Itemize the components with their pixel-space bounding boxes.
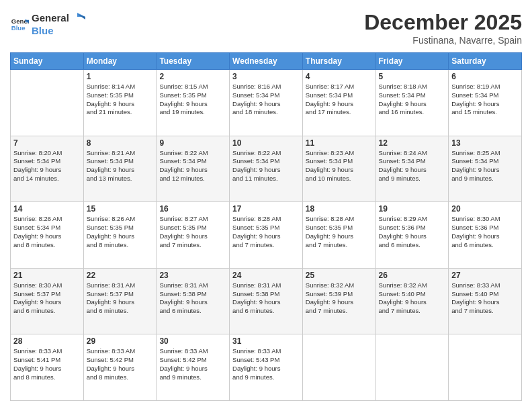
day-number: 25	[306, 271, 373, 280]
cell-info: Sunrise: 8:14 AMSunset: 5:35 PMDaylight:…	[87, 83, 154, 117]
calendar-cell: 8Sunrise: 8:21 AMSunset: 5:34 PMDaylight…	[83, 136, 157, 202]
day-number: 5	[379, 72, 446, 81]
day-number: 14	[13, 204, 81, 214]
day-header-wednesday: Wednesday	[230, 53, 303, 70]
calendar-week-row: 7Sunrise: 8:20 AMSunset: 5:34 PMDaylight…	[11, 136, 522, 202]
cell-info: Sunrise: 8:33 AMSunset: 5:40 PMDaylight:…	[451, 281, 519, 316]
header: General Blue General Blue Decembe	[10, 10, 522, 46]
day-number: 19	[379, 204, 446, 214]
day-number: 18	[306, 204, 373, 214]
calendar-cell	[375, 334, 449, 401]
cell-info: Sunrise: 8:16 AMSunset: 5:34 PMDaylight:…	[232, 83, 300, 117]
calendar-cell	[11, 70, 84, 136]
day-number: 2	[159, 72, 226, 81]
calendar-cell: 21Sunrise: 8:30 AMSunset: 5:37 PMDayligh…	[11, 268, 84, 334]
logo: General Blue General Blue	[10, 10, 85, 37]
calendar-cell: 11Sunrise: 8:23 AMSunset: 5:34 PMDayligh…	[302, 136, 375, 202]
calendar-cell: 16Sunrise: 8:27 AMSunset: 5:35 PMDayligh…	[157, 202, 230, 269]
cell-info: Sunrise: 8:18 AMSunset: 5:34 PMDaylight:…	[379, 83, 446, 117]
calendar-cell: 18Sunrise: 8:28 AMSunset: 5:35 PMDayligh…	[302, 202, 375, 269]
calendar-header-row: SundayMondayTuesdayWednesdayThursdayFrid…	[11, 53, 522, 70]
calendar-cell: 30Sunrise: 8:33 AMSunset: 5:42 PMDayligh…	[157, 334, 230, 401]
cell-info: Sunrise: 8:27 AMSunset: 5:35 PMDaylight:…	[159, 215, 226, 249]
cell-info: Sunrise: 8:22 AMSunset: 5:34 PMDaylight:…	[159, 149, 226, 183]
cell-info: Sunrise: 8:31 AMSunset: 5:38 PMDaylight:…	[232, 281, 300, 316]
calendar-week-row: 21Sunrise: 8:30 AMSunset: 5:37 PMDayligh…	[11, 268, 522, 334]
day-number: 22	[87, 271, 154, 280]
day-number: 12	[379, 138, 446, 148]
day-number: 4	[306, 72, 373, 81]
day-number: 29	[87, 336, 154, 346]
calendar-cell: 5Sunrise: 8:18 AMSunset: 5:34 PMDaylight…	[375, 70, 449, 136]
day-number: 16	[159, 204, 226, 214]
day-number: 11	[306, 138, 373, 148]
day-number: 7	[13, 138, 81, 148]
day-number: 21	[13, 271, 81, 280]
day-number: 6	[451, 72, 519, 81]
logo-icon: General Blue	[10, 14, 29, 33]
day-number: 8	[87, 138, 154, 148]
calendar-cell: 23Sunrise: 8:31 AMSunset: 5:38 PMDayligh…	[157, 268, 230, 334]
cell-info: Sunrise: 8:25 AMSunset: 5:34 PMDaylight:…	[451, 149, 519, 183]
cell-info: Sunrise: 8:33 AMSunset: 5:42 PMDaylight:…	[159, 347, 226, 381]
day-number: 20	[451, 204, 519, 214]
title-area: December 2025 Fustinana, Navarre, Spain	[364, 10, 522, 46]
calendar-cell: 15Sunrise: 8:26 AMSunset: 5:35 PMDayligh…	[83, 202, 157, 269]
calendar-cell: 1Sunrise: 8:14 AMSunset: 5:35 PMDaylight…	[83, 70, 157, 136]
logo-blue: Blue	[32, 25, 54, 36]
day-number: 28	[13, 336, 81, 346]
day-number: 13	[451, 138, 519, 148]
calendar-cell: 19Sunrise: 8:29 AMSunset: 5:36 PMDayligh…	[375, 202, 449, 269]
calendar-cell: 25Sunrise: 8:32 AMSunset: 5:39 PMDayligh…	[302, 268, 375, 334]
day-header-tuesday: Tuesday	[157, 53, 230, 70]
day-number: 9	[159, 138, 226, 148]
calendar-week-row: 28Sunrise: 8:33 AMSunset: 5:41 PMDayligh…	[11, 334, 522, 401]
day-number: 31	[232, 336, 300, 346]
cell-info: Sunrise: 8:26 AMSunset: 5:35 PMDaylight:…	[87, 215, 154, 249]
calendar-table: SundayMondayTuesdayWednesdayThursdayFrid…	[10, 52, 522, 401]
day-header-thursday: Thursday	[302, 53, 375, 70]
calendar-cell: 28Sunrise: 8:33 AMSunset: 5:41 PMDayligh…	[11, 334, 84, 401]
calendar-cell: 22Sunrise: 8:31 AMSunset: 5:37 PMDayligh…	[83, 268, 157, 334]
calendar-cell	[449, 334, 522, 401]
cell-info: Sunrise: 8:31 AMSunset: 5:38 PMDaylight:…	[159, 281, 226, 316]
day-header-friday: Friday	[375, 53, 449, 70]
location: Fustinana, Navarre, Spain	[364, 35, 522, 46]
main-container: General Blue General Blue Decembe	[0, 0, 532, 411]
calendar-cell: 13Sunrise: 8:25 AMSunset: 5:34 PMDayligh…	[449, 136, 522, 202]
calendar-cell: 7Sunrise: 8:20 AMSunset: 5:34 PMDaylight…	[11, 136, 84, 202]
logo-general: General	[32, 12, 69, 24]
svg-text:Blue: Blue	[11, 24, 26, 32]
cell-info: Sunrise: 8:33 AMSunset: 5:41 PMDaylight:…	[13, 347, 81, 381]
calendar-cell: 9Sunrise: 8:22 AMSunset: 5:34 PMDaylight…	[157, 136, 230, 202]
calendar-cell: 27Sunrise: 8:33 AMSunset: 5:40 PMDayligh…	[449, 268, 522, 334]
cell-info: Sunrise: 8:31 AMSunset: 5:37 PMDaylight:…	[87, 281, 154, 316]
cell-info: Sunrise: 8:28 AMSunset: 5:35 PMDaylight:…	[232, 215, 300, 249]
cell-info: Sunrise: 8:23 AMSunset: 5:34 PMDaylight:…	[306, 149, 373, 183]
calendar-week-row: 1Sunrise: 8:14 AMSunset: 5:35 PMDaylight…	[11, 70, 522, 136]
calendar-cell: 20Sunrise: 8:30 AMSunset: 5:36 PMDayligh…	[449, 202, 522, 269]
cell-info: Sunrise: 8:29 AMSunset: 5:36 PMDaylight:…	[379, 215, 446, 249]
cell-info: Sunrise: 8:19 AMSunset: 5:34 PMDaylight:…	[451, 83, 519, 117]
cell-info: Sunrise: 8:28 AMSunset: 5:35 PMDaylight:…	[306, 215, 373, 249]
calendar-week-row: 14Sunrise: 8:26 AMSunset: 5:34 PMDayligh…	[11, 202, 522, 269]
cell-info: Sunrise: 8:17 AMSunset: 5:34 PMDaylight:…	[306, 83, 373, 117]
logo-wordmark: General Blue	[32, 10, 85, 37]
day-number: 3	[232, 72, 300, 81]
calendar-cell: 6Sunrise: 8:19 AMSunset: 5:34 PMDaylight…	[449, 70, 522, 136]
day-number: 26	[379, 271, 446, 280]
cell-info: Sunrise: 8:33 AMSunset: 5:42 PMDaylight:…	[87, 347, 154, 381]
day-number: 23	[159, 271, 226, 280]
day-number: 1	[87, 72, 154, 81]
month-title: December 2025	[364, 10, 522, 35]
calendar-cell: 3Sunrise: 8:16 AMSunset: 5:34 PMDaylight…	[230, 70, 303, 136]
day-number: 10	[232, 138, 300, 148]
cell-info: Sunrise: 8:32 AMSunset: 5:39 PMDaylight:…	[306, 281, 373, 316]
logo-bird-icon	[71, 10, 85, 25]
cell-info: Sunrise: 8:15 AMSunset: 5:35 PMDaylight:…	[159, 83, 226, 117]
day-header-saturday: Saturday	[449, 53, 522, 70]
cell-info: Sunrise: 8:32 AMSunset: 5:40 PMDaylight:…	[379, 281, 446, 316]
cell-info: Sunrise: 8:26 AMSunset: 5:34 PMDaylight:…	[13, 215, 81, 249]
calendar-cell	[302, 334, 375, 401]
day-header-sunday: Sunday	[11, 53, 84, 70]
